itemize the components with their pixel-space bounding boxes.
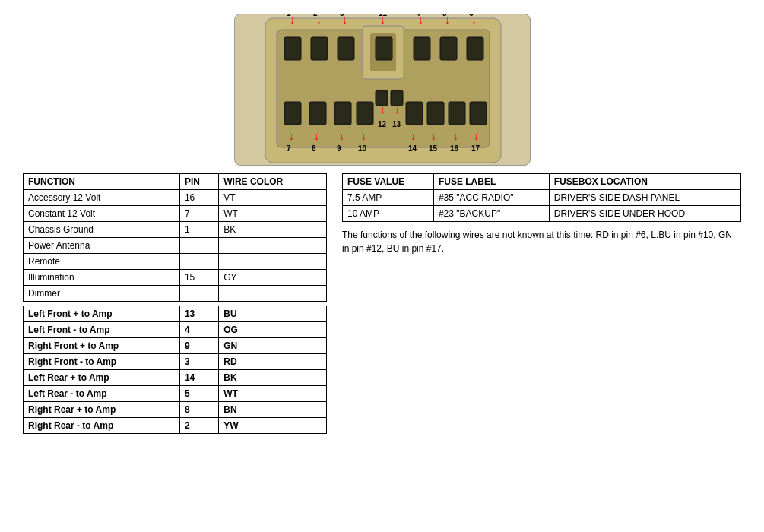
cell-pin: 3 xyxy=(179,354,218,370)
note-text: The functions of the following wires are… xyxy=(342,228,741,255)
left-table-container: FUNCTION PIN WIRE COLOR Accessory 12 Vol… xyxy=(23,173,327,434)
cell-function: Remote xyxy=(24,254,180,270)
cell-pin: 15 xyxy=(179,270,218,286)
svg-text:16: 16 xyxy=(450,144,459,153)
cell-color: RD xyxy=(219,354,327,370)
cell-fuse-label: #35 "ACC RADIO" xyxy=(433,190,549,206)
svg-text:5: 5 xyxy=(442,14,447,17)
cell-pin: 13 xyxy=(179,306,218,322)
cell-pin: 5 xyxy=(179,386,218,402)
cell-function: Right Rear + to Amp xyxy=(24,402,180,418)
cell-color: WT xyxy=(219,386,327,402)
svg-text:17: 17 xyxy=(471,144,480,153)
cell-color xyxy=(219,238,327,254)
cell-color: BK xyxy=(219,222,327,238)
svg-rect-4 xyxy=(338,37,354,60)
col-pin: PIN xyxy=(179,174,218,190)
cell-color xyxy=(219,254,327,270)
svg-rect-11 xyxy=(284,102,301,125)
cell-pin xyxy=(179,238,218,254)
svg-text:12: 12 xyxy=(378,120,387,128)
svg-text:↓: ↓ xyxy=(289,130,294,142)
cell-color xyxy=(219,286,327,302)
cell-fuse-value: 10 AMP xyxy=(343,206,434,222)
cell-pin: 2 xyxy=(179,418,218,434)
cell-fuse-value: 7.5 AMP xyxy=(343,190,434,206)
svg-rect-18 xyxy=(427,102,444,125)
cell-function: Right Front - to Amp xyxy=(24,354,180,370)
cell-pin: 16 xyxy=(179,190,218,206)
cell-color: VT xyxy=(219,190,327,206)
cell-function: Dimmer xyxy=(24,286,180,302)
cell-pin: 8 xyxy=(179,402,218,418)
right-section: FUSE VALUE FUSE LABEL FUSEBOX LOCATION 7… xyxy=(342,173,741,434)
col-color: WIRE COLOR xyxy=(219,174,327,190)
svg-rect-12 xyxy=(309,102,326,125)
svg-text:↓: ↓ xyxy=(411,130,416,142)
cell-function: Accessory 12 Volt xyxy=(24,190,180,206)
svg-text:11: 11 xyxy=(379,14,388,17)
svg-text:7: 7 xyxy=(287,144,291,153)
cell-color: GN xyxy=(219,338,327,354)
svg-text:1: 1 xyxy=(287,14,291,17)
col-function: FUNCTION xyxy=(24,174,180,190)
cell-pin xyxy=(179,254,218,270)
cell-function: Chassis Ground xyxy=(24,222,180,238)
cell-function: Left Rear + to Amp xyxy=(24,370,180,386)
cell-pin: 9 xyxy=(179,338,218,354)
col-fusebox-location: FUSEBOX LOCATION xyxy=(549,174,740,190)
svg-rect-19 xyxy=(449,102,465,125)
cell-function: Constant 12 Volt xyxy=(24,206,180,222)
cell-color: YW xyxy=(219,418,327,434)
col-fuse-label: FUSE LABEL xyxy=(433,174,549,190)
svg-rect-10 xyxy=(467,37,483,60)
cell-color: BK xyxy=(219,370,327,386)
cell-function: Illumination xyxy=(24,270,180,286)
svg-rect-14 xyxy=(357,102,373,125)
svg-rect-7 xyxy=(376,37,392,60)
cell-fusebox-location: DRIVER'S SIDE UNDER HOOD xyxy=(549,206,740,222)
svg-text:↓: ↓ xyxy=(474,130,479,142)
cell-color: BN xyxy=(219,402,327,418)
cell-color: WT xyxy=(219,206,327,222)
svg-text:↓: ↓ xyxy=(314,130,319,142)
cell-function: Left Front + to Amp xyxy=(24,306,180,322)
cell-pin: 1 xyxy=(179,222,218,238)
cell-function: Power Antenna xyxy=(24,238,180,254)
col-fuse-value: FUSE VALUE xyxy=(343,174,434,190)
svg-rect-17 xyxy=(406,102,423,125)
cell-function: Right Rear - to Amp xyxy=(24,418,180,434)
connector-svg: ↓ ↓ ↓ ↓ ↓ ↓ ↓ ↓ ↓ ↓ ↓ ↓ ↓ ↓ ↓ ↓ ↓ 1 2 3 … xyxy=(235,14,531,166)
svg-rect-9 xyxy=(440,37,457,60)
svg-text:6: 6 xyxy=(469,14,474,17)
svg-text:↓: ↓ xyxy=(380,103,385,116)
cell-function: Left Front - to Amp xyxy=(24,322,180,338)
cell-color: GY xyxy=(219,270,327,286)
svg-text:13: 13 xyxy=(392,120,401,128)
svg-text:↓: ↓ xyxy=(431,130,436,142)
svg-rect-20 xyxy=(470,102,487,125)
svg-text:4: 4 xyxy=(416,14,420,17)
cell-color: BU xyxy=(219,306,327,322)
cell-pin: 14 xyxy=(179,370,218,386)
svg-rect-2 xyxy=(284,37,301,60)
cell-fuse-label: #23 "BACKUP" xyxy=(433,206,549,222)
cell-function: Right Front + to Amp xyxy=(24,338,180,354)
fuse-table: FUSE VALUE FUSE LABEL FUSEBOX LOCATION 7… xyxy=(342,173,741,222)
cell-pin: 7 xyxy=(179,206,218,222)
svg-text:9: 9 xyxy=(337,144,341,153)
svg-text:10: 10 xyxy=(358,144,367,153)
cell-color: OG xyxy=(219,322,327,338)
svg-text:15: 15 xyxy=(429,144,438,153)
cell-function: Left Rear - to Amp xyxy=(24,386,180,402)
svg-text:↓: ↓ xyxy=(361,130,366,142)
svg-rect-8 xyxy=(414,37,430,60)
cell-pin xyxy=(179,286,218,302)
svg-text:3: 3 xyxy=(340,14,344,17)
svg-text:↓: ↓ xyxy=(453,130,458,142)
svg-text:2: 2 xyxy=(313,14,318,17)
svg-text:8: 8 xyxy=(312,144,316,153)
svg-rect-3 xyxy=(311,37,328,60)
connector-diagram: ↓ ↓ ↓ ↓ ↓ ↓ ↓ ↓ ↓ ↓ ↓ ↓ ↓ ↓ ↓ ↓ ↓ 1 2 3 … xyxy=(234,14,531,166)
svg-text:↓: ↓ xyxy=(339,130,344,142)
